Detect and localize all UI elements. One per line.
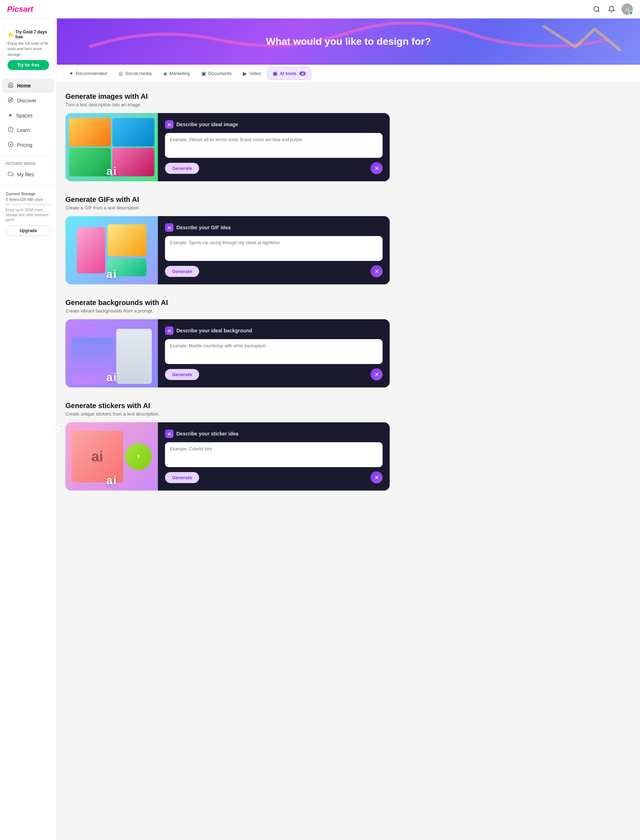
spaces-icon: ✦ [8, 112, 13, 119]
tab-marketing[interactable]: ◈ Marketing [158, 67, 195, 80]
sidebar-item-spaces[interactable]: ✦ Spaces [2, 109, 54, 122]
sidebar-learn-label: Learn [17, 127, 30, 133]
storage-section: Current Storage 0 Bytes/100 MB used Enjo… [0, 188, 56, 240]
sticker-ai-text: ai [91, 449, 103, 465]
backgrounds-form-label: Describe your ideal background [176, 328, 252, 334]
ai-tools-icon: ◉ [273, 70, 277, 77]
content-area: Generate images with AI Turn a text desc… [57, 83, 398, 515]
sidebar-item-learn[interactable]: Learn [2, 123, 54, 137]
pricing-icon [8, 142, 13, 149]
tab-social-media[interactable]: ◎ Social media [114, 67, 157, 80]
svg-point-2 [8, 98, 13, 102]
sidebar-item-home[interactable]: Home [2, 78, 54, 93]
backgrounds-form: ai Describe your ideal background Genera… [158, 319, 390, 388]
stickers-magic-button[interactable]: ✕ [371, 471, 382, 484]
social-icon: ◎ [118, 70, 123, 77]
avatar[interactable]: U [621, 3, 633, 15]
try-gold-button[interactable]: Try for free [8, 60, 49, 70]
sidebar-divider-2 [0, 185, 56, 185]
sidebar-item-pricing[interactable]: Pricing [2, 138, 54, 152]
generate-stickers-section: Generate stickers with AI Create unique … [66, 402, 390, 490]
storage-used: 0 Bytes/100 MB used [6, 197, 51, 201]
tab-video-label: Video [249, 71, 261, 76]
ai-watermark-bg: ai [106, 371, 117, 384]
backgrounds-preview: ai [66, 319, 158, 388]
notification-icon[interactable] [606, 4, 616, 14]
sticker-preview-2: $ [125, 443, 152, 470]
tab-video[interactable]: ▶ Video [238, 67, 266, 80]
sidebar-discover-label: Discover [17, 98, 36, 104]
discover-icon [8, 97, 13, 104]
preview-img-1 [69, 118, 111, 147]
gif-preview-1 [77, 227, 105, 273]
images-form-header: ai Describe your ideal image [165, 120, 382, 129]
sidebar-home-label: Home [17, 83, 31, 88]
generate-gifs-subtitle: Create a GIF from a text description. [66, 205, 390, 211]
storage-desc: Enjoy up to 20GB more storage and other … [6, 208, 51, 222]
sidebar-item-my-files[interactable]: My files [2, 168, 54, 182]
hero-title: What would you like to design for? [266, 36, 431, 47]
svg-marker-3 [10, 99, 12, 101]
learn-icon [8, 126, 13, 134]
ai-watermark-images: ai [106, 164, 117, 178]
images-generate-button[interactable]: Generate [165, 163, 199, 174]
tab-recommended[interactable]: ✦ Recommended [64, 67, 112, 80]
app-body: ⭐ Try Gold 7 days free Enjoy the full su… [0, 19, 640, 840]
picsart-logo[interactable]: Picsart [7, 5, 33, 14]
gifs-magic-button[interactable]: ✕ [371, 265, 382, 277]
tab-ai-tools[interactable]: ◉ AI tools ai [267, 67, 311, 80]
gifs-generate-button[interactable]: Generate [165, 266, 199, 277]
documents-icon: ▣ [201, 70, 206, 77]
generate-images-section: Generate images with AI Turn a text desc… [66, 93, 390, 181]
stickers-generate-button[interactable]: Generate [165, 472, 199, 483]
stickers-form-label: Describe your sticker idea [176, 431, 238, 436]
gifs-form: ai Describe your GIF Idea Generate ✕ [158, 216, 390, 284]
tab-documents-label: Documents [208, 71, 232, 76]
top-navigation: Picsart U [0, 0, 640, 19]
sidebar-divider-1 [0, 155, 56, 156]
nav-icons: U [592, 3, 633, 15]
generate-stickers-subtitle: Create unique stickers from a text descr… [66, 411, 390, 417]
images-form-label: Describe your ideal image [176, 121, 238, 127]
gold-promo-title: ⭐ Try Gold 7 days free [8, 29, 49, 40]
svg-point-0 [594, 6, 599, 11]
backgrounds-magic-button[interactable]: ✕ [371, 368, 382, 380]
ai-badge: ai [299, 72, 306, 76]
stickers-textarea[interactable] [165, 442, 382, 467]
images-textarea[interactable] [165, 133, 382, 158]
gifs-form-header: ai Describe your GIF Idea [165, 223, 382, 232]
generate-gifs-title: Generate GIFs with AI [66, 195, 390, 204]
generate-backgrounds-subtitle: Create vibrant backgrounds from a prompt… [66, 308, 390, 313]
upgrade-button[interactable]: Upgrade [6, 225, 51, 236]
backgrounds-textarea[interactable] [165, 339, 382, 364]
main-content: What would you like to design for? ✦ Rec… [57, 19, 640, 840]
marketing-icon: ◈ [163, 70, 168, 77]
drive-section-label: Picsart Drive [0, 158, 56, 167]
storage-bar [6, 204, 51, 206]
video-icon: ▶ [243, 70, 247, 77]
avatar-online-badge [629, 11, 633, 15]
tab-marketing-label: Marketing [170, 71, 190, 76]
svg-line-1 [598, 10, 600, 12]
gold-promo-card: ⭐ Try Gold 7 days free Enjoy the full su… [3, 26, 53, 74]
generate-backgrounds-card: ai ai Describe your ideal background Gen… [66, 319, 390, 388]
generate-images-card: ai ai Describe your ideal image Generate… [66, 113, 390, 181]
gif-preview-2 [107, 224, 147, 256]
sidebar-wrapper: ⭐ Try Gold 7 days free Enjoy the full su… [0, 19, 57, 840]
tab-documents[interactable]: ▣ Documents [196, 67, 237, 80]
images-magic-button[interactable]: ✕ [371, 162, 382, 174]
gold-promo-desc: Enjoy the full suite of AI tools and ton… [8, 41, 49, 57]
gifs-textarea[interactable] [165, 236, 382, 261]
generate-backgrounds-section: Generate backgrounds with AI Create vibr… [66, 299, 390, 388]
ai-logo-gifs: ai [165, 223, 173, 232]
images-form: ai Describe your ideal image Generate ✕ [158, 113, 390, 181]
search-icon[interactable] [592, 4, 602, 14]
backgrounds-generate-button[interactable]: Generate [165, 369, 199, 380]
ai-logo-sticker: ai [165, 430, 173, 438]
sidebar-item-discover[interactable]: Discover [2, 94, 54, 108]
sidebar-collapse-button[interactable]: ‹ [53, 425, 61, 433]
backgrounds-form-header: ai Describe your ideal background [165, 326, 382, 335]
preview-img-3 [69, 148, 111, 176]
preview-img-2 [112, 118, 154, 147]
sidebar: ⭐ Try Gold 7 days free Enjoy the full su… [0, 19, 57, 840]
